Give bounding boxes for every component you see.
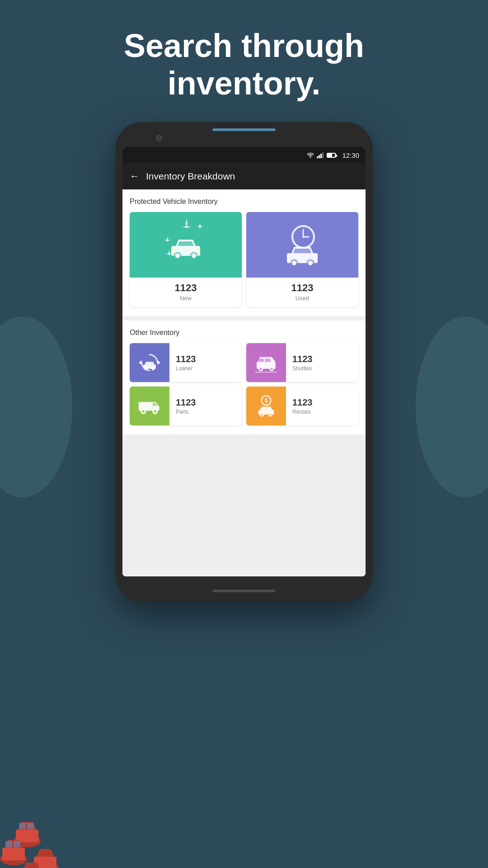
used-vehicle-text: 1123 Used <box>246 278 358 307</box>
bg-decoration-left <box>0 316 72 497</box>
svg-rect-54 <box>5 841 12 847</box>
svg-rect-4 <box>322 152 324 158</box>
svg-rect-26 <box>258 359 264 362</box>
used-vehicle-tile[interactable]: 1123 Used <box>246 212 358 307</box>
rentals-label: Rentals <box>292 409 352 415</box>
used-vehicle-icon-area <box>246 212 358 278</box>
loaner-car-icon <box>138 351 161 374</box>
parts-count: 1123 <box>176 397 235 408</box>
svg-rect-53 <box>2 848 25 860</box>
screen-content[interactable]: Protected Vehicle Inventory <box>122 189 366 576</box>
parts-label: Parts <box>176 409 235 415</box>
back-button[interactable]: ← <box>130 170 140 182</box>
svg-rect-33 <box>255 364 258 365</box>
parts-tile[interactable]: 1123 Parts <box>130 387 242 425</box>
cars-illustration <box>0 723 90 868</box>
shuttle-icon-area <box>246 343 286 382</box>
loaner-icon-area <box>130 343 169 382</box>
loaner-tile[interactable]: 1123 Loaner <box>130 343 242 382</box>
protected-section: Protected Vehicle Inventory <box>122 189 366 316</box>
shuttles-tile[interactable]: 1123 Shuttles <box>246 343 358 382</box>
svg-rect-10 <box>171 249 175 251</box>
loaner-label: Loaner <box>176 365 235 372</box>
svg-rect-40 <box>158 407 159 410</box>
svg-point-37 <box>142 410 145 413</box>
status-icons: 12:30 <box>307 151 359 159</box>
svg-marker-21 <box>139 360 142 365</box>
svg-rect-49 <box>16 830 38 842</box>
svg-rect-32 <box>255 372 277 373</box>
other-section: Other Inventory <box>122 321 366 434</box>
shuttles-text: 1123 Shuttles <box>286 354 358 372</box>
parts-icon-area <box>130 387 169 425</box>
svg-rect-34 <box>255 366 257 367</box>
phone-frame: 12:30 ← Inventory Breakdown Protected Ve… <box>115 122 373 601</box>
shuttles-label: Shuttles <box>292 365 352 372</box>
svg-rect-50 <box>19 823 26 829</box>
wifi-icon <box>307 152 314 158</box>
app-bar-title: Inventory Breakdown <box>146 171 235 182</box>
phone-bottom-bar <box>212 590 276 592</box>
svg-point-45 <box>261 414 263 415</box>
parts-text: 1123 Parts <box>169 397 242 415</box>
shuttles-count: 1123 <box>292 354 352 364</box>
svg-rect-27 <box>265 359 270 362</box>
phone-camera <box>156 135 162 141</box>
protected-grid: 1123 New <box>130 212 358 307</box>
svg-point-29 <box>259 368 262 370</box>
svg-rect-2 <box>319 155 320 158</box>
svg-rect-55 <box>14 841 20 847</box>
svg-point-47 <box>269 414 271 415</box>
status-time: 12:30 <box>342 151 359 159</box>
rentals-count: 1123 <box>292 397 352 408</box>
svg-point-24 <box>151 367 155 370</box>
rentals-text: 1123 Rentals <box>286 397 358 415</box>
rental-icon-area: $ <box>246 387 286 425</box>
other-grid: 1123 Loaner <box>130 343 358 425</box>
svg-point-23 <box>145 367 148 370</box>
parts-truck-icon <box>138 394 161 418</box>
new-vehicle-icon-area <box>130 212 242 278</box>
new-vehicle-count: 1123 <box>130 282 242 294</box>
svg-rect-35 <box>139 402 152 410</box>
svg-point-39 <box>154 410 156 413</box>
svg-text:$: $ <box>265 397 268 404</box>
svg-point-31 <box>271 368 273 370</box>
svg-point-9 <box>192 254 196 258</box>
svg-rect-51 <box>27 823 34 829</box>
rentals-tile[interactable]: $ <box>246 387 358 425</box>
bg-decoration-right <box>416 316 488 497</box>
svg-rect-3 <box>320 154 322 158</box>
battery-icon <box>327 153 336 158</box>
used-vehicle-label: Used <box>246 295 358 302</box>
svg-point-7 <box>175 254 180 258</box>
rental-car-icon: $ <box>254 394 278 418</box>
used-car-icon <box>275 218 329 272</box>
loaner-text: 1123 Loaner <box>169 354 242 372</box>
used-vehicle-count: 1123 <box>246 282 358 294</box>
app-bar: ← Inventory Breakdown <box>122 163 366 189</box>
phone-screen: 12:30 ← Inventory Breakdown Protected Ve… <box>122 147 366 576</box>
svg-rect-11 <box>197 249 200 251</box>
svg-rect-1 <box>317 156 318 158</box>
new-vehicle-text: 1123 New <box>130 278 242 307</box>
protected-section-label: Protected Vehicle Inventory <box>130 198 358 206</box>
svg-point-0 <box>310 157 311 158</box>
signal-icon <box>317 152 324 158</box>
svg-point-17 <box>292 261 296 265</box>
svg-marker-20 <box>157 360 160 365</box>
loaner-count: 1123 <box>176 354 235 364</box>
headline: Search through inventory. <box>0 27 488 102</box>
svg-point-19 <box>308 261 313 265</box>
shuttle-icon <box>254 351 278 374</box>
phone-top-bar <box>212 128 276 131</box>
status-bar: 12:30 <box>122 147 366 163</box>
new-vehicle-tile[interactable]: 1123 New <box>130 212 242 307</box>
new-car-icon <box>159 218 213 272</box>
new-vehicle-label: New <box>130 295 242 302</box>
other-section-label: Other Inventory <box>130 329 358 337</box>
